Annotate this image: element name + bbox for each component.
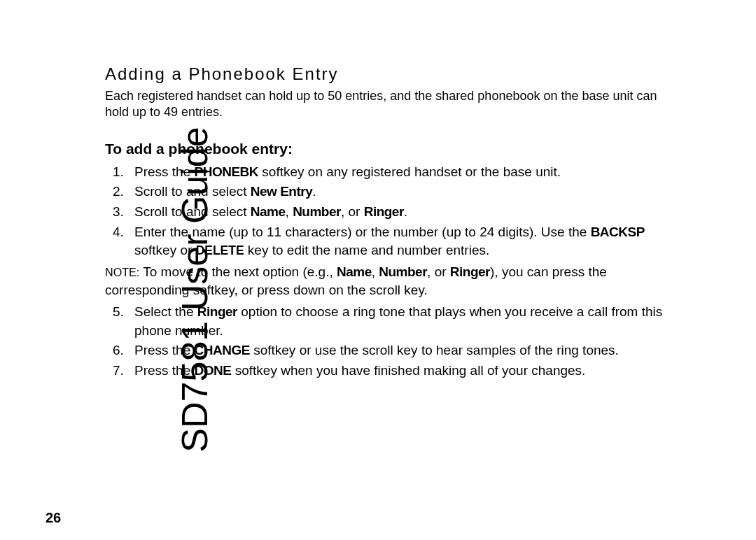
instruction-list: Press the PHONEBK softkey on any registe… — [105, 163, 672, 260]
page-number: 26 — [46, 510, 61, 526]
softkey-phonebk: PHONEBK — [195, 164, 259, 179]
field-ringer: Ringer — [450, 264, 490, 279]
softkey-backsp: BACKSP — [591, 225, 645, 239]
key-delete: DELETE — [196, 243, 244, 257]
field-ringer: Ringer — [197, 304, 237, 319]
intro-paragraph: Each registered handset can hold up to 5… — [105, 88, 672, 121]
step-4: Enter the name (up to 11 characters) or … — [127, 223, 672, 260]
field-ringer: Ringer — [364, 204, 404, 219]
step-7: Press the DONE softkey when you have fin… — [127, 362, 672, 381]
step-3: Scroll to and select Name, Number, or Ri… — [127, 203, 672, 222]
field-name: Name — [337, 264, 372, 279]
page-content: Adding a Phonebook Entry Each registered… — [105, 64, 672, 381]
softkey-change: CHANGE — [195, 343, 250, 357]
step-6: Press the CHANGE softkey or use the scro… — [127, 341, 672, 360]
field-number: Number — [379, 264, 427, 279]
note-block: NOTE: To move to the next option (e.g., … — [105, 263, 672, 300]
instruction-list-continued: Select the Ringer option to choose a rin… — [105, 303, 672, 380]
menu-new-entry: New Entry — [251, 184, 312, 199]
step-5: Select the Ringer option to choose a rin… — [127, 303, 672, 340]
softkey-done: DONE — [195, 363, 232, 378]
field-name: Name — [251, 204, 286, 219]
step-2: Scroll to and select New Entry. — [127, 183, 672, 201]
sub-heading: To add a phonebook entry: — [105, 141, 672, 157]
field-number: Number — [293, 204, 341, 219]
section-heading: Adding a Phonebook Entry — [105, 64, 672, 84]
step-1: Press the PHONEBK softkey on any registe… — [127, 163, 672, 182]
note-label: NOTE: — [105, 266, 139, 278]
